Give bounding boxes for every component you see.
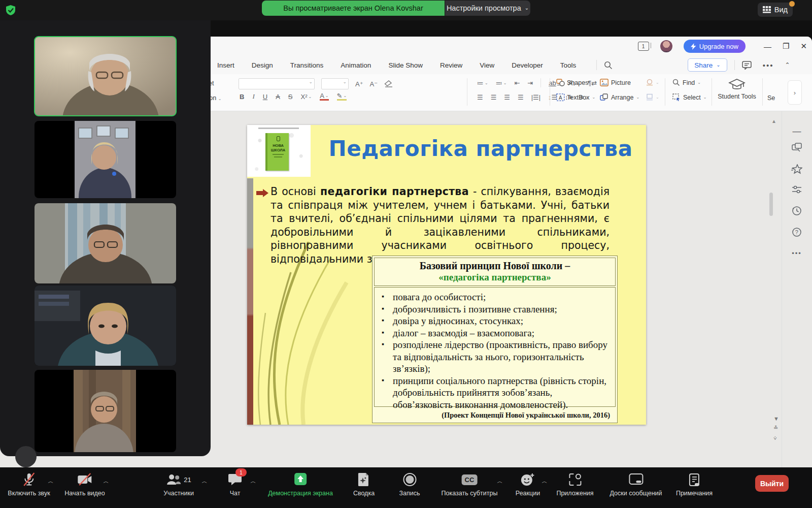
strike-icon2[interactable]: S <box>288 93 293 101</box>
tab-insert[interactable]: Insert <box>217 61 234 69</box>
audio-options-chevron[interactable]: ︿ <box>48 478 54 485</box>
increase-indent-icon[interactable]: ⇥ <box>527 79 533 87</box>
view-settings-dropdown[interactable]: Настройки просмотра ⌄ <box>445 1 530 16</box>
more-tools-icon[interactable]: ••• <box>788 249 806 257</box>
video-tile[interactable] <box>35 370 176 452</box>
comment-bubble-icon[interactable] <box>742 61 752 70</box>
tab-animation[interactable]: Animation <box>341 61 371 69</box>
student-tools-button[interactable]: Student Tools <box>717 78 757 100</box>
tab-design[interactable]: Design <box>252 61 273 69</box>
font-color-icon[interactable]: A⌄ <box>320 92 328 101</box>
share-screen-button[interactable]: Демонстрация экрана <box>268 472 333 497</box>
vertical-scrollbar-thumb[interactable] <box>769 193 773 216</box>
reactions-button[interactable]: Реакции <box>516 472 540 497</box>
font-size-combobox[interactable] <box>321 78 349 89</box>
shape-fill-icon[interactable] <box>646 79 654 86</box>
minimize-button[interactable]: — <box>764 42 771 51</box>
bulleted-list-icon[interactable]: ≔⌄ <box>477 79 488 87</box>
open-documents-badge[interactable]: 1 <box>638 42 649 51</box>
collapse-ribbon-icon[interactable]: ⌃ <box>785 61 790 69</box>
tab-review[interactable]: Review <box>440 61 462 69</box>
citation: (Проект Концепції Нової української школ… <box>381 411 610 420</box>
leave-meeting-button[interactable]: Выйти <box>755 475 789 492</box>
next-slide-button[interactable]: ⩒ <box>773 435 777 441</box>
justify-icon[interactable]: ☰ <box>518 93 524 101</box>
textbox-button[interactable]: TextBox⌄ <box>567 94 595 101</box>
decrease-font-icon[interactable]: A⁻ <box>370 80 378 88</box>
shape-outline-icon[interactable] <box>646 93 654 101</box>
tab-transitions[interactable]: Transitions <box>290 61 324 69</box>
whiteboards-button[interactable]: Доски сообщений <box>610 472 662 497</box>
grid-view-icon <box>763 6 771 13</box>
share-button[interactable]: Share ⌄ <box>688 58 727 72</box>
more-options-icon[interactable]: ••• <box>763 61 774 70</box>
arrange-button[interactable]: Arrange⌄ <box>611 94 639 101</box>
tab-view[interactable]: View <box>480 61 494 69</box>
eraser-icon[interactable] <box>384 80 393 87</box>
slide-layout-icon[interactable] <box>788 143 806 154</box>
tab-developer[interactable]: Developer <box>512 61 543 69</box>
divider <box>782 111 782 486</box>
participants-chevron[interactable]: ︿ <box>202 478 208 485</box>
panel-corner-overlay <box>15 446 37 467</box>
scroll-down-button[interactable]: ▼ <box>773 416 779 422</box>
slide-cover-image: НОВАШКОЛА <box>247 125 311 177</box>
video-tile[interactable] <box>35 121 176 198</box>
history-clock-icon[interactable] <box>788 206 806 218</box>
zoom-meeting-screen: Вы просматриваете экран Olena Kovshar На… <box>0 0 812 508</box>
picture-button[interactable]: Picture <box>611 79 631 86</box>
decrease-indent-icon[interactable]: ⇤ <box>514 79 520 87</box>
captions-button[interactable]: CC Показать субтитры <box>442 472 498 497</box>
animation-star-icon[interactable] <box>788 164 806 177</box>
distribute-text-icon[interactable]: |☰| <box>531 93 540 101</box>
tab-tools[interactable]: Tools <box>560 61 577 69</box>
settings-sliders-icon[interactable] <box>788 185 806 196</box>
help-icon[interactable]: ? <box>788 227 806 240</box>
underline-icon[interactable]: U <box>263 93 267 101</box>
video-options-chevron[interactable]: ︿ <box>104 478 109 485</box>
apps-button[interactable]: Приложения <box>556 472 593 497</box>
reactions-chevron[interactable]: ︿ <box>542 478 548 485</box>
bold-icon[interactable]: B <box>240 93 244 101</box>
previous-slide-button[interactable]: ≛ <box>773 425 778 431</box>
restore-button[interactable]: ❐ <box>783 42 789 51</box>
lightning-icon <box>691 43 696 50</box>
chat-chevron[interactable]: ︿ <box>251 478 256 485</box>
notes-button[interactable]: Примечания <box>676 472 713 497</box>
align-center-icon[interactable]: ☰ <box>491 93 497 101</box>
search-icon[interactable] <box>604 61 613 70</box>
participants-button[interactable]: 21 Участники <box>163 472 194 497</box>
italic-icon[interactable]: I <box>252 92 254 101</box>
strikethrough-icon[interactable]: A <box>276 93 280 101</box>
align-left-icon[interactable]: ☰ <box>477 93 483 101</box>
start-video-button[interactable]: Начать видео <box>64 472 105 497</box>
select-button[interactable]: Select⌄ <box>683 94 706 101</box>
tab-slide-show[interactable]: Slide Show <box>388 61 423 69</box>
shapes-button[interactable]: Shapes⌄ <box>567 79 594 86</box>
chat-button[interactable]: 1 Чат <box>228 472 242 497</box>
list-item: діалог – взаємодія – взаємоповага; <box>381 327 610 339</box>
summary-button[interactable]: Сводка <box>353 472 375 497</box>
record-button[interactable]: Запись <box>399 472 420 497</box>
video-tile-active-speaker[interactable] <box>35 37 176 116</box>
unmute-button[interactable]: Включить звук <box>8 472 50 497</box>
video-tile[interactable] <box>35 203 176 283</box>
increase-font-icon[interactable]: A⁺ <box>355 80 363 88</box>
account-avatar[interactable] <box>660 40 672 52</box>
find-button[interactable]: Find⌄ <box>683 79 701 86</box>
security-shield-icon[interactable] <box>5 5 16 16</box>
view-layout-button[interactable]: Вид <box>758 3 793 17</box>
superscript-icon[interactable]: X²⌄ <box>300 93 312 101</box>
video-tile[interactable] <box>35 285 176 366</box>
align-right-icon[interactable]: ☰ <box>504 93 510 101</box>
close-button[interactable]: ✕ <box>800 42 807 51</box>
numbered-list-icon[interactable]: ≕⌄ <box>496 79 507 87</box>
collapse-pane-icon[interactable]: — <box>788 126 806 137</box>
captions-chevron[interactable]: ︿ <box>497 478 503 485</box>
highlight-color-icon[interactable]: ✎⌄ <box>337 92 347 101</box>
svg-text:?: ? <box>795 229 798 235</box>
scroll-up-arrow[interactable]: ▲ <box>771 118 776 124</box>
font-name-combobox[interactable] <box>239 78 315 89</box>
upgrade-now-button[interactable]: Upgrade now <box>684 40 746 53</box>
ribbon-overflow-chevron[interactable]: › <box>788 80 802 105</box>
